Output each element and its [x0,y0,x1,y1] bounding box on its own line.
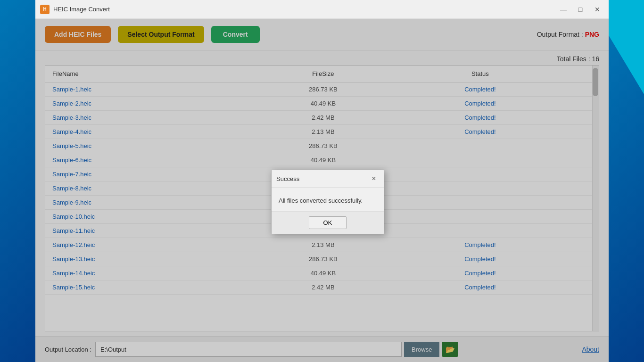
modal-titlebar: Success ✕ [272,170,384,188]
success-modal: Success ✕ All files converted successful… [271,170,384,234]
minimize-button[interactable]: — [557,4,570,15]
modal-message: All files converted successfully. [279,197,377,204]
modal-title: Success [276,175,299,182]
modal-close-button[interactable]: ✕ [369,174,379,183]
bg-left-panel [0,0,35,362]
close-button[interactable]: ✕ [591,4,604,15]
titlebar: H HEIC Image Convert — □ ✕ [35,0,609,19]
modal-overlay: Success ✕ All files converted successful… [35,19,609,362]
modal-footer: OK [272,211,384,234]
app-icon: H [40,5,50,14]
maximize-button[interactable]: □ [574,4,587,15]
window-controls: — □ ✕ [557,4,604,15]
modal-ok-button[interactable]: OK [309,216,347,229]
modal-body: All files converted successfully. [272,188,384,211]
app-title: HEIC Image Convert [53,6,557,13]
